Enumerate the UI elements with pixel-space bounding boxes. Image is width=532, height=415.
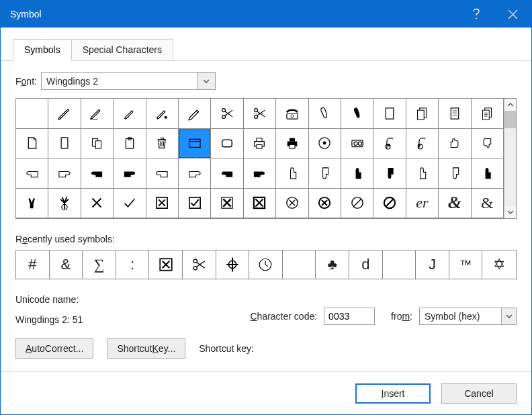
recent-symbol-cell[interactable]: # xyxy=(16,250,50,279)
recent-symbol-cell[interactable]: d xyxy=(349,250,383,279)
hand-point-up-solid-icon[interactable] xyxy=(472,158,504,189)
recent-symbol-cell[interactable]: J xyxy=(416,250,449,279)
scroll-up-icon[interactable] xyxy=(504,99,516,111)
box-check-icon[interactable] xyxy=(179,189,211,219)
hand-point-right-solid-icon[interactable] xyxy=(114,158,146,189)
font-select[interactable]: Wingdings 2 xyxy=(41,72,216,90)
hand-point-down-thin-icon[interactable] xyxy=(439,158,471,189)
box-x-icon[interactable] xyxy=(146,189,179,219)
hand-point-up-outline-icon[interactable] xyxy=(276,158,308,189)
phone-handset-icon[interactable] xyxy=(309,99,341,129)
hand-point-left-solid-icon[interactable] xyxy=(81,158,114,189)
pen-icon[interactable] xyxy=(48,99,81,129)
chevron-down-icon[interactable] xyxy=(197,73,215,89)
recent-symbol-cell[interactable]: ♣ xyxy=(316,250,349,279)
hand-spread-icon[interactable] xyxy=(48,189,81,219)
recent-symbol-cell[interactable] xyxy=(383,250,416,279)
recent-symbol-cell[interactable]: ✡ xyxy=(482,250,516,279)
recent-symbol-cell[interactable] xyxy=(149,250,183,279)
document-icon[interactable] xyxy=(439,99,471,129)
autocorrect-button[interactable]: AutoCorrect... xyxy=(15,338,93,359)
page-outline-icon[interactable] xyxy=(16,129,48,159)
hand-point-right-black-icon[interactable] xyxy=(244,158,276,189)
hand-point-down-outline-icon[interactable] xyxy=(309,158,341,189)
prohibited-bold-icon[interactable] xyxy=(373,189,406,219)
camera-icon[interactable] xyxy=(341,129,373,159)
hand-point-left-thin-icon[interactable] xyxy=(146,158,179,189)
mouse-left-icon[interactable] xyxy=(406,129,439,159)
hand-point-up-thin-icon[interactable] xyxy=(406,158,439,189)
shortcut-key-label: Shortcut key: xyxy=(199,343,254,354)
pen-writing-icon[interactable] xyxy=(81,99,114,129)
hand-point-down-black-icon[interactable] xyxy=(373,158,406,189)
printer-icon[interactable] xyxy=(244,129,276,159)
help-button[interactable] xyxy=(457,1,494,28)
page-icon[interactable] xyxy=(373,99,406,129)
thumb-up-icon[interactable] xyxy=(439,129,471,159)
svg-point-0 xyxy=(476,18,477,19)
from-select[interactable]: Symbol (hex) xyxy=(419,308,517,325)
x-mark-icon[interactable] xyxy=(81,189,114,219)
cancel-button[interactable]: Cancel xyxy=(441,383,517,404)
scroll-thumb[interactable] xyxy=(504,111,516,128)
window-icon[interactable] xyxy=(179,129,211,159)
shortcut-key-button[interactable]: Shortcut Key... xyxy=(107,338,185,359)
tab-special-characters[interactable]: Special Characters xyxy=(72,39,173,61)
phone-screen-icon[interactable] xyxy=(48,129,81,159)
trash-icon[interactable] xyxy=(146,129,179,159)
chevron-down-icon[interactable] xyxy=(501,308,516,324)
documents-icon[interactable] xyxy=(472,99,504,129)
hand-point-left-black-icon[interactable] xyxy=(211,158,243,189)
font-select-value: Wingdings 2 xyxy=(42,76,197,87)
ampersand-script-icon[interactable]: & xyxy=(439,189,471,219)
hand-point-right-outline-icon[interactable] xyxy=(48,158,81,189)
er-script-icon[interactable]: er xyxy=(406,189,439,219)
pencil-icon[interactable] xyxy=(179,99,211,129)
telephone-icon[interactable] xyxy=(276,99,308,129)
circle-x-icon[interactable] xyxy=(276,189,308,219)
disc-icon[interactable] xyxy=(309,129,341,159)
hand-point-right-thin-icon[interactable] xyxy=(179,158,211,189)
pages-two-icon[interactable] xyxy=(81,129,114,159)
clipboard-icon[interactable] xyxy=(114,129,146,159)
brush-drop-icon[interactable] xyxy=(146,99,179,129)
insert-button[interactable]: Insert xyxy=(355,383,431,404)
scroll-down-icon[interactable] xyxy=(504,206,516,218)
recent-symbol-cell[interactable] xyxy=(249,250,283,279)
recent-symbol-cell[interactable]: ∑ xyxy=(83,250,116,279)
recent-symbol-cell[interactable] xyxy=(216,250,250,279)
scissors-cut-icon[interactable] xyxy=(244,99,276,129)
victory-hand-icon[interactable] xyxy=(16,189,48,219)
from-label: from: xyxy=(391,311,412,322)
phone-handset-solid-icon[interactable] xyxy=(341,99,373,129)
scissors-icon[interactable] xyxy=(211,99,243,129)
rounded-rect-icon[interactable] xyxy=(211,129,243,159)
from-select-value: Symbol (hex) xyxy=(420,311,501,322)
recent-symbol-cell[interactable]: : xyxy=(116,250,150,279)
mouse-right-icon[interactable] xyxy=(373,129,406,159)
font-label: Font: xyxy=(15,76,37,87)
recent-symbol-cell[interactable]: & xyxy=(50,250,83,279)
hand-point-up-black-icon[interactable] xyxy=(341,158,373,189)
recent-symbol-cell[interactable]: ™ xyxy=(449,250,483,279)
ampersand-light-icon[interactable]: & xyxy=(472,189,504,219)
recent-symbol-cell[interactable] xyxy=(283,250,316,279)
circle-x-bold-icon[interactable] xyxy=(309,189,341,219)
box-x-bold-icon[interactable] xyxy=(211,189,243,219)
char-code-input[interactable] xyxy=(324,308,375,325)
tab-symbols[interactable]: Symbols xyxy=(13,39,72,61)
printer-solid-icon[interactable] xyxy=(276,129,308,159)
thumb-down-icon[interactable] xyxy=(472,129,504,159)
dialog-footer: Insert Cancel xyxy=(1,371,531,414)
window-title: Symbol xyxy=(10,9,457,19)
close-button[interactable] xyxy=(494,1,531,28)
blank[interactable] xyxy=(16,99,48,129)
recent-symbol-cell[interactable] xyxy=(183,250,216,279)
box-x-heavy-icon[interactable] xyxy=(244,189,276,219)
scrollbar[interactable] xyxy=(504,99,516,218)
check-mark-icon[interactable] xyxy=(114,189,146,219)
brush-icon[interactable] xyxy=(114,99,146,129)
prohibited-icon[interactable] xyxy=(341,189,373,219)
pages-icon[interactable] xyxy=(406,99,439,129)
hand-point-left-outline-icon[interactable] xyxy=(16,158,48,189)
